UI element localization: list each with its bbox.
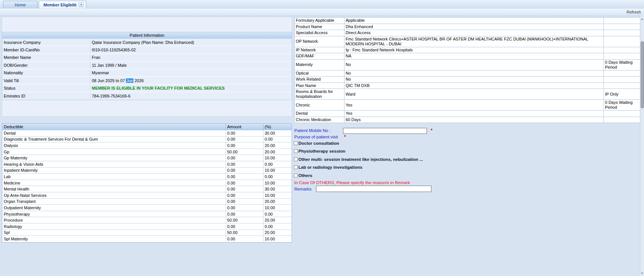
checkbox-icon[interactable]	[294, 141, 298, 145]
benefit-note	[604, 47, 640, 53]
benefit-label: Rooms & Boards for hospitalisation	[295, 89, 344, 99]
deductible-percent: 20.00	[263, 199, 292, 205]
deductible-name: Spl	[2, 230, 226, 236]
benefit-value: Ip : Fmc Standard Network Hospitals	[344, 47, 604, 53]
benefit-row: OP NetworkFmc Standard Network Clinics+A…	[294, 36, 640, 47]
deductible-name: Dialysis	[2, 142, 226, 148]
purpose-checkbox-row[interactable]: Doctor consultation	[294, 141, 423, 146]
purpose-checkbox-row[interactable]: Other multi- session treatment like inje…	[294, 157, 423, 162]
benefit-label: Formulary Applicable	[295, 18, 344, 24]
benefit-label: Chronic	[295, 100, 344, 110]
purpose-checkbox-label: Other multi- session treatment like inje…	[298, 157, 423, 162]
purpose-checkbox-row[interactable]: Others	[294, 173, 423, 178]
deductible-percent: 0.00	[263, 136, 292, 142]
deductible-percent: 0.00	[263, 174, 292, 180]
benefit-label: Plan Name	[295, 83, 344, 89]
benefit-note	[604, 117, 640, 123]
purpose-checkbox-row[interactable]: Lab or radiology investigations	[294, 165, 423, 170]
benefit-value: Direct Access	[344, 30, 604, 36]
patient-info-title: Patient Information	[2, 32, 292, 39]
patient-mobile-input[interactable]	[343, 128, 427, 134]
benefit-row: Work RelatedNo	[294, 76, 640, 83]
deductible-percent: 10.00	[263, 236, 292, 242]
deductible-row: Lab0.000.00	[2, 174, 292, 180]
checkbox-icon[interactable]	[294, 158, 298, 161]
deductible-percent: 20.00	[263, 230, 292, 236]
patient-mobile-label: Patient Mobile No :	[294, 128, 331, 133]
benefit-row: Specialist AccessDirect Access	[294, 30, 640, 36]
checkbox-icon[interactable]	[294, 174, 298, 177]
remarks-input[interactable]	[316, 186, 431, 192]
deductible-row: Outpatient Maternity0.0010.00	[2, 205, 292, 211]
field-value: 11 Jan 1999 / Male	[90, 63, 292, 68]
patient-info-row: Valid Till08 Jun 2025 to 07 Jun 2026	[2, 77, 292, 84]
purpose-checkbox-label: Physiotherapy session	[298, 149, 345, 153]
purpose-checkbox-label: Doctor consultation	[298, 141, 339, 146]
deductible-percent: 10.00	[263, 205, 292, 211]
toolbar: Refresh	[0, 9, 644, 16]
checkbox-icon[interactable]	[294, 149, 298, 153]
field-value: I019-010-119254365-02	[90, 48, 292, 52]
deductible-amount: 50.00	[226, 217, 263, 223]
patient-info-row: Member NameFran	[2, 54, 292, 62]
benefit-value: Ward	[344, 89, 604, 99]
deductible-row: Procedure50.0020.00	[2, 217, 292, 224]
patient-info-row: DOB/Gender11 Jan 1999 / Male	[2, 62, 292, 69]
tab-home-label: Home	[15, 3, 25, 7]
deductible-name: Procedure	[2, 217, 226, 223]
deductible-amount: 0.00	[226, 205, 263, 211]
patient-info-row: Emirates ID784-1999-7534169-6	[2, 92, 292, 100]
deductible-header-percent: (%)	[263, 124, 292, 130]
field-value: MEMBER IS ELIGIBLE IN YOUR FACILITY FOR …	[90, 86, 292, 90]
deductible-percent: 0.00	[263, 211, 292, 217]
deductible-percent: 20.00	[263, 149, 292, 155]
patient-info-row: StatusMEMBER IS ELIGIBLE IN YOUR FACILIT…	[2, 84, 292, 92]
tab-home[interactable]: Home	[3, 1, 37, 8]
deductible-name: Radiology	[2, 224, 226, 230]
benefit-row: OpticalNo	[294, 70, 640, 77]
deductible-amount: 0.00	[226, 161, 263, 167]
benefit-note: 0 Days Waiting Period	[604, 60, 640, 70]
deductible-header-name: Deductible	[2, 124, 226, 130]
deductible-header: Deductible Amount (%)	[2, 124, 292, 130]
tab-close-icon[interactable]: ✕	[79, 2, 84, 7]
deductible-row: Dental0.0030.00	[2, 130, 292, 136]
benefit-note	[604, 111, 640, 117]
tab-member-eligibility[interactable]: Member Eligibilit ✕	[39, 1, 86, 8]
deductible-amount: 0.00	[226, 192, 263, 198]
benefit-label: OP Network	[295, 36, 344, 47]
benefit-value: No	[344, 70, 604, 76]
benefit-note	[604, 24, 640, 30]
vertical-scrollbar[interactable]: ▲ ▼	[640, 16, 644, 276]
benefit-row: MaternityNo0 Days Waiting Period	[294, 60, 640, 70]
benefit-label: Specialist Access	[295, 30, 344, 36]
deductible-row: Radiology0.000.00	[2, 224, 292, 230]
scroll-up-icon[interactable]: ▲	[640, 16, 644, 21]
scrollbar-thumb[interactable]	[641, 41, 644, 108]
deductible-name: Gp Maternity	[2, 155, 226, 161]
benefit-value: Yes	[344, 100, 604, 110]
deductible-amount: 0.00	[226, 136, 263, 142]
deductible-amount: 0.00	[226, 168, 263, 174]
deductible-percent: 10.00	[263, 168, 292, 174]
tab-member-eligibility-label: Member Eligibilit	[43, 3, 76, 7]
benefits-table: Formulary ApplicableApplicableProduct Na…	[294, 17, 640, 123]
deductible-name: Dental	[2, 130, 226, 136]
refresh-button[interactable]: Refresh	[626, 10, 641, 14]
checkbox-icon[interactable]	[294, 165, 298, 169]
benefit-value: 60 Days	[344, 117, 604, 123]
patient-info-rows: Insurance CompanyQatar Insurance Company…	[2, 39, 292, 100]
purpose-checkbox-row[interactable]: Physiotherapy session	[294, 149, 423, 154]
deductible-amount: 0.00	[226, 224, 263, 230]
scroll-down-icon[interactable]: ▼	[640, 271, 644, 275]
benefit-value: No	[344, 76, 604, 82]
deductible-amount: 0.00	[226, 180, 263, 186]
benefit-label: IP Network	[295, 47, 344, 53]
deductible-name: Hearing & Vision Aids	[2, 161, 226, 167]
field-label: DOB/Gender	[2, 62, 90, 69]
benefit-row: DentalYes	[294, 111, 640, 117]
deductible-amount: 50.00	[226, 230, 263, 236]
deductible-amount: 0.00	[226, 186, 263, 192]
field-label: Nationality	[2, 69, 90, 76]
benefit-row: Product NameDha Enhanced	[294, 24, 640, 30]
